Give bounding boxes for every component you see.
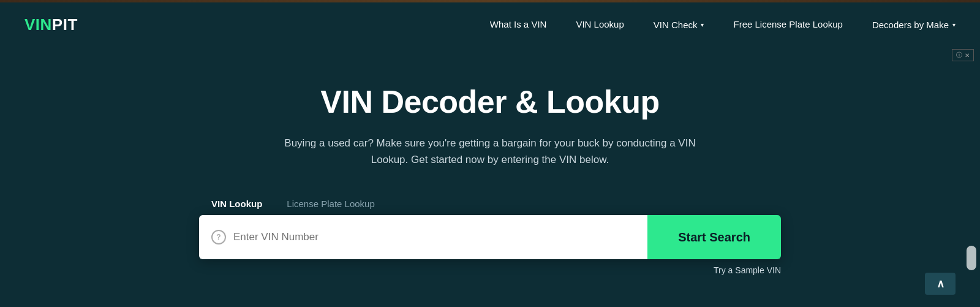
nav-item-free-license-plate-lookup[interactable]: Free License Plate Lookup <box>733 19 842 30</box>
tab-vin-lookup[interactable]: VIN Lookup <box>199 192 274 215</box>
nav-link-what-is-vin[interactable]: What Is a VIN <box>490 19 547 29</box>
sample-vin-row: Try a Sample VIN <box>199 265 781 275</box>
nav-link-vin-check[interactable]: VIN Check ▾ <box>654 20 704 30</box>
scrollbar-indicator <box>967 246 976 270</box>
nav-link-free-license-plate-lookup[interactable]: Free License Plate Lookup <box>733 19 842 29</box>
nav-link-decoders-by-make[interactable]: Decoders by Make ▾ <box>872 20 956 30</box>
vin-search-input[interactable] <box>233 231 635 243</box>
try-sample-vin-link[interactable]: Try a Sample VIN <box>714 265 781 275</box>
nav-link-vin-lookup[interactable]: VIN Lookup <box>576 19 624 29</box>
search-bar: Start Search <box>199 215 781 259</box>
hero-title: VIN Decoder & Lookup <box>320 83 659 120</box>
main-navbar: VINPIT What Is a VIN VIN Lookup VIN Chec… <box>0 2 980 47</box>
decoders-chevron-icon: ▾ <box>952 21 956 28</box>
vin-check-chevron-icon: ▾ <box>701 21 704 28</box>
nav-item-what-is-vin[interactable]: What Is a VIN <box>490 19 547 30</box>
search-tabs: VIN Lookup License Plate Lookup <box>199 192 781 215</box>
ad-icon: ⓘ <box>956 51 962 59</box>
nav-item-vin-lookup[interactable]: VIN Lookup <box>576 19 624 30</box>
question-mark-icon <box>211 230 226 244</box>
site-logo[interactable]: VINPIT <box>24 15 78 34</box>
start-search-button[interactable]: Start Search <box>647 215 781 259</box>
logo-pit: PIT <box>52 15 78 34</box>
logo-vin: VIN <box>24 15 52 34</box>
scroll-to-top-button[interactable] <box>925 273 956 295</box>
search-input-wrapper <box>199 215 647 259</box>
nav-item-vin-check[interactable]: VIN Check ▾ <box>654 20 704 30</box>
hero-section: VIN Decoder & Lookup Buying a used car? … <box>0 47 980 275</box>
nav-links-list: What Is a VIN VIN Lookup VIN Check ▾ Fre… <box>490 19 956 30</box>
nav-item-decoders-by-make[interactable]: Decoders by Make ▾ <box>872 20 956 30</box>
hero-subtitle: Buying a used car? Make sure you're gett… <box>282 135 698 168</box>
tab-license-plate-lookup[interactable]: License Plate Lookup <box>274 192 386 215</box>
ad-badge[interactable]: ⓘ ✕ <box>952 49 974 61</box>
ad-close-icon[interactable]: ✕ <box>965 52 970 59</box>
